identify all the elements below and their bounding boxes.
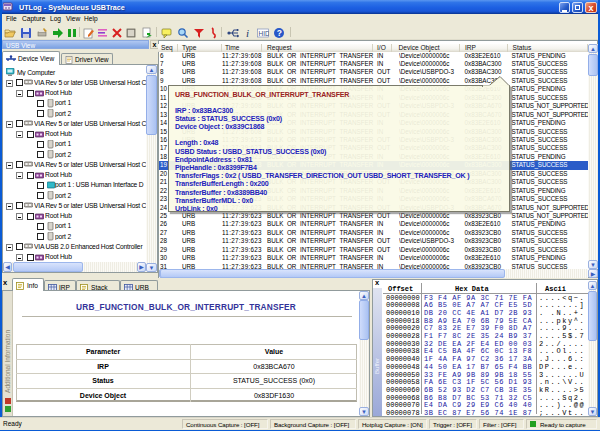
- svg-text:?: ?: [277, 28, 282, 38]
- svg-text:i: i: [246, 27, 249, 39]
- svg-text:HID: HID: [259, 30, 270, 37]
